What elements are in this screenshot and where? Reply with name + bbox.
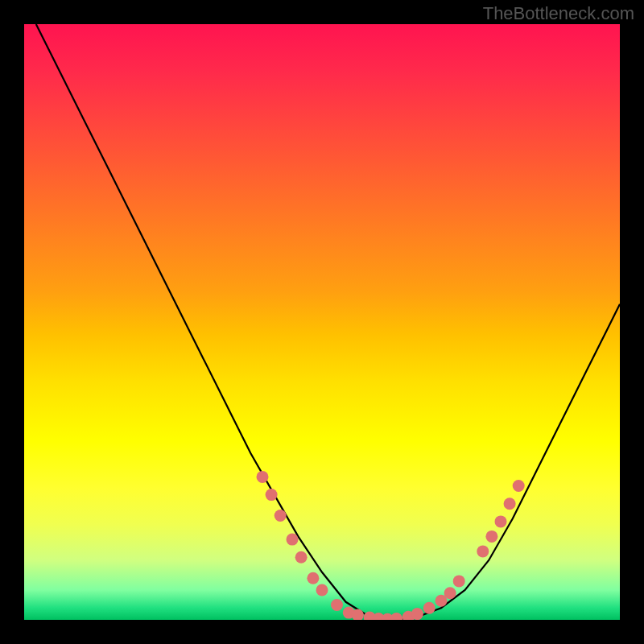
curve-group [36, 24, 620, 620]
watermark-text: TheBottleneck.com [483, 3, 634, 24]
highlight-dot [423, 602, 436, 614]
plot-area [24, 24, 620, 620]
highlight-dot [513, 480, 525, 492]
highlight-dot [453, 575, 465, 587]
highlight-dot [444, 587, 456, 599]
bottleneck-curve [36, 24, 620, 620]
highlight-dot [287, 534, 299, 546]
highlight-dot [307, 572, 319, 584]
points-group [257, 471, 525, 620]
highlight-dot [266, 489, 278, 501]
highlight-dot [495, 515, 507, 527]
chart-svg [24, 24, 620, 620]
highlight-dot [257, 471, 269, 483]
highlight-dot [295, 551, 308, 564]
highlight-dot [504, 497, 516, 510]
highlight-dot [316, 584, 328, 597]
highlight-dot [390, 613, 402, 620]
highlight-dot [477, 545, 489, 557]
highlight-dot [275, 510, 287, 522]
highlight-dot [485, 530, 497, 543]
highlight-dot [331, 599, 343, 611]
highlight-dot [411, 608, 423, 620]
